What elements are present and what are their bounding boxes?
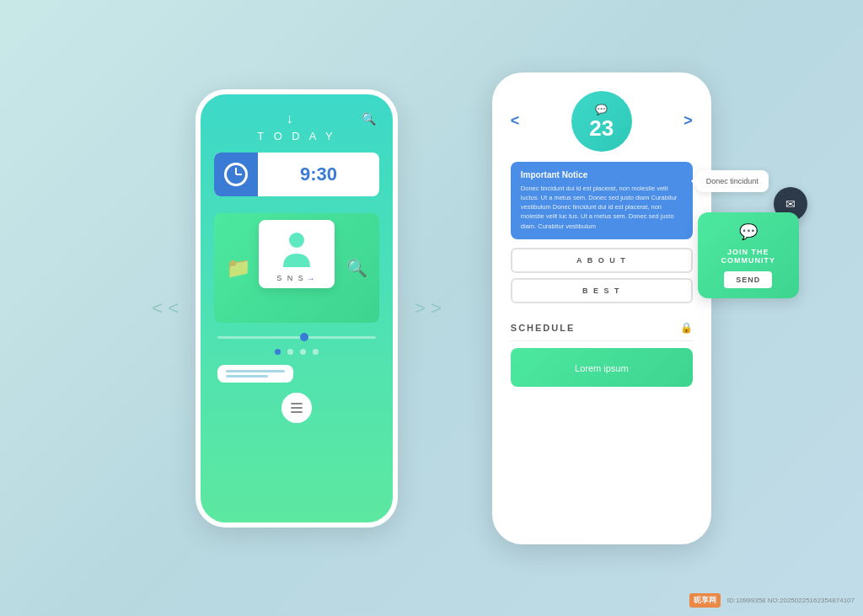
watermark: 昵享网 ID:10999358 NO:20250225162354874107 [689,593,855,608]
download-icon: ↓ [287,111,293,126]
phone1-nav-left[interactable]: < < [152,297,179,319]
phone1-nav-right[interactable]: > > [415,297,442,319]
avatar-svg [280,230,314,267]
avatar-card: S N S → [259,220,335,288]
action-buttons: A B O U T B E S T [511,248,693,303]
progress-dot [300,333,308,341]
community-card: 💬 JOIN THE COMMUNITY SEND [698,212,799,298]
notification-icon: 💬 [595,104,608,115]
avatar-figure [276,227,317,271]
notice-card: Important Notice Donec tincidunt dui id … [511,162,693,239]
search-icon-mid[interactable]: 🔍 [346,258,367,278]
notice-title: Important Notice [521,170,683,179]
lorem-text: Lorem ipsum [575,363,629,373]
watermark-logo: 昵享网 [689,593,721,608]
sns-label: S N S → [276,274,317,283]
dot-3[interactable] [300,349,306,355]
dot-1[interactable] [275,349,281,355]
message-bubble [217,365,293,383]
about-button[interactable]: A B O U T [511,248,693,273]
main-container: < < ↓ 🔍 T O D A Y 9:30 📁 [0,0,863,616]
schedule-header: SCHEDULE 🔒 [511,315,693,341]
phone2-nav-right[interactable]: > [683,112,693,130]
profile-section: 📁 🔍 S N S → [214,213,379,323]
sns-arrow: → [307,274,317,283]
schedule-title: SCHEDULE [511,323,576,333]
notification-number: 23 [589,117,614,139]
menu-line-3 [291,411,303,413]
menu-line-2 [291,407,303,409]
menu-line-1 [291,403,303,404]
phone1-wrapper: < < ↓ 🔍 T O D A Y 9:30 📁 [152,89,442,528]
svg-point-0 [289,233,304,248]
folder-icon: 📁 [226,256,251,280]
msg-line-1 [226,370,285,372]
send-button[interactable]: SEND [724,271,772,288]
community-title: JOIN THE COMMUNITY [708,248,789,265]
phone2-nav-left[interactable]: < [511,112,520,130]
schedule-section: SCHEDULE 🔒 Lorem ipsum [511,315,693,387]
schedule-content: Lorem ipsum [511,348,693,387]
watermark-id: ID:10999358 NO:20250225162354874107 [727,597,855,604]
progress-bar[interactable] [214,336,379,339]
search-icon-top[interactable]: 🔍 [362,112,376,126]
time-display: 9:30 [258,163,379,185]
email-icon: ✉ [785,197,796,211]
phone2-wrapper: < 💬 23 > Important Notice Donec tincidun… [492,72,711,544]
number-circle: 💬 23 [571,91,632,152]
number-section: < 💬 23 > [511,91,693,152]
community-icon: 💬 [739,222,758,241]
time-widget: 9:30 [214,153,379,196]
msg-line-2 [226,375,268,378]
notice-text: Donec tincidunt dui id est placerat, non… [521,184,683,231]
dot-indicators [275,349,319,355]
clock-icon [224,163,248,186]
best-button[interactable]: B E S T [511,278,693,303]
phone1-header: ↓ 🔍 [214,111,379,126]
chat-bubble: Donec tincidunt [696,170,769,192]
progress-track [217,336,376,339]
phone1: ↓ 🔍 T O D A Y 9:30 📁 🔍 [196,89,398,528]
time-icon-block [214,153,258,196]
phone2: < 💬 23 > Important Notice Donec tincidun… [492,72,711,544]
today-label: T O D A Y [214,130,379,142]
menu-button[interactable] [281,393,312,423]
dot-4[interactable] [313,349,319,355]
dot-2[interactable] [287,349,293,355]
lock-icon: 🔒 [680,322,693,334]
